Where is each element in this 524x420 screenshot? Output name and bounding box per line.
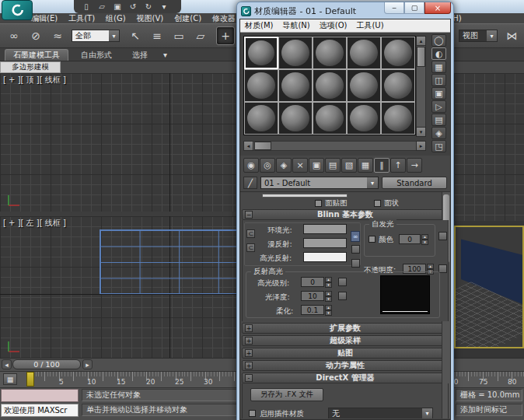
blinn-rollout-header[interactable]: − Blinn 基本参数 — [242, 209, 449, 220]
options-icon[interactable]: ▤ — [431, 114, 446, 126]
select-and-link-icon[interactable]: ∞ — [5, 26, 23, 45]
viewport-top-label[interactable]: [ + ][ 顶 ][ 线框 ] — [3, 75, 66, 86]
unlink-selection-icon[interactable]: ⊘ — [26, 26, 45, 45]
open-file-icon[interactable]: ▱ — [96, 2, 108, 12]
time-next-icon[interactable]: ▸ — [82, 359, 93, 369]
maxscript-listener-line[interactable]: 欢迎使用 MAXScr — [1, 404, 79, 417]
specular-color-swatch[interactable] — [303, 252, 347, 262]
me-menu-material[interactable]: 材质(M) — [245, 20, 273, 31]
me-menu-utilities[interactable]: 工具(U) — [356, 20, 383, 31]
maxscript-mini-listener[interactable] — [1, 389, 79, 402]
opacity-map-button[interactable] — [438, 264, 447, 273]
material-sample-slot[interactable] — [381, 69, 415, 102]
show-end-result-icon[interactable]: ‖ — [374, 158, 390, 173]
soften-spinner[interactable]: ▴▾ — [325, 305, 332, 315]
self-illum-color-checkbox[interactable] — [369, 236, 376, 243]
window-crossing-icon[interactable]: ▱ — [191, 26, 210, 45]
expand-icon[interactable]: + — [245, 362, 253, 369]
diffuse-color-swatch[interactable] — [303, 238, 347, 248]
soften-value[interactable]: 0.1 — [301, 305, 324, 315]
material-sample-slot[interactable] — [347, 102, 381, 135]
make-copy-icon[interactable]: ▣ — [309, 158, 324, 173]
menu-views[interactable]: 视图(V) — [137, 13, 164, 24]
viewport-left-label[interactable]: [ + ][ 左 ][ 线框 ] — [3, 218, 66, 229]
glossiness-map-button[interactable] — [338, 292, 347, 300]
material-id-channel-icon[interactable]: ▧ — [341, 158, 357, 173]
material-map-navigator-icon[interactable]: ◳ — [431, 140, 446, 152]
select-by-name-icon[interactable]: ≡ — [148, 26, 166, 45]
qat-menu-icon[interactable]: ▾ — [158, 2, 170, 12]
expand-icon[interactable]: + — [245, 349, 253, 357]
rectangular-region-icon[interactable]: ▭ — [169, 26, 188, 45]
face-map-checkbox[interactable]: 面贴图 — [315, 198, 348, 208]
material-sample-slot[interactable] — [278, 69, 313, 102]
close-icon[interactable]: × — [424, 2, 451, 14]
tab-freeform[interactable]: 自由形式 — [73, 49, 120, 61]
specular-level-map-button[interactable] — [338, 278, 347, 286]
menu-group[interactable]: 组(G) — [106, 13, 126, 24]
material-editor-titlebar[interactable]: 材质编辑器 - 01 - Default ‒ ▢ × — [239, 4, 451, 19]
scroll-left-icon[interactable]: ◂ — [243, 141, 253, 151]
menu-edit[interactable]: 编辑(E) — [31, 13, 58, 24]
material-sample-slot[interactable] — [313, 69, 347, 102]
material-name-dropdown[interactable]: 01 - Default ▾ — [260, 177, 379, 189]
tab-graphite-modeling[interactable]: 石墨建模工具 — [5, 49, 68, 61]
wireframe-object[interactable] — [100, 229, 257, 294]
material-sample-slot[interactable] — [313, 102, 347, 135]
rollout-dynamics[interactable]: + 动力学属性 — [242, 360, 449, 371]
time-marker[interactable] — [26, 372, 34, 387]
lock-colors-icon[interactable]: ∞ — [351, 231, 360, 242]
self-illum-map-button[interactable] — [438, 232, 447, 240]
sample-uv-tiling-icon[interactable]: ◫ — [431, 74, 446, 86]
expand-icon[interactable]: + — [245, 324, 253, 332]
shader-dropdown-partial[interactable] — [262, 194, 348, 198]
select-object-icon[interactable]: ↖ — [126, 26, 145, 45]
self-illum-value[interactable]: 0 — [399, 234, 421, 244]
selection-filter-dropdown[interactable]: 全部 ▾ — [72, 30, 120, 42]
background-icon[interactable]: ▦ — [431, 61, 446, 73]
go-to-parent-icon[interactable]: ↑ — [390, 158, 406, 173]
material-sample-slot-active[interactable] — [244, 37, 278, 69]
lock-diffuse-specular-icon[interactable]: ⊂ — [246, 243, 255, 252]
backlight-icon[interactable]: ◐ — [431, 47, 446, 60]
self-illum-spinner[interactable]: ▴▾ — [421, 234, 428, 244]
glossiness-spinner[interactable]: ▴▾ — [325, 291, 332, 301]
add-time-tag[interactable]: 添加时间标记 — [456, 404, 522, 416]
material-sample-slot[interactable] — [244, 102, 278, 135]
scroll-up-icon[interactable]: ▴ — [416, 36, 426, 46]
redo-icon[interactable]: ↻ — [142, 2, 155, 12]
put-material-to-scene-icon[interactable]: ◎ — [260, 158, 275, 173]
video-color-check-icon[interactable]: ▣ — [431, 87, 446, 100]
material-sample-slot[interactable] — [313, 37, 347, 69]
specular-map-button[interactable] — [351, 259, 360, 268]
rollout-directx-manager[interactable]: - DirectX 管理器 — [242, 373, 449, 383]
save-icon[interactable]: ▣ — [111, 2, 124, 12]
time-slider[interactable]: 0 / 100 — [12, 359, 81, 369]
assign-material-icon[interactable]: ◈ — [276, 158, 292, 173]
material-type-button[interactable]: Standard — [382, 177, 447, 189]
put-to-library-icon[interactable]: ▤ — [325, 158, 341, 173]
collapse-icon[interactable]: − — [245, 211, 253, 219]
viewport-front[interactable] — [454, 73, 524, 221]
maximize-icon[interactable]: ▢ — [404, 2, 424, 14]
rollout-supersampling[interactable]: + 超级采样 — [242, 335, 449, 346]
get-material-icon[interactable]: ◉ — [243, 158, 259, 173]
material-sample-slot[interactable] — [347, 37, 381, 69]
sample-type-icon[interactable]: ◯ — [431, 34, 446, 47]
go-forward-sibling-icon[interactable]: → — [407, 158, 422, 173]
menu-modifiers[interactable]: 修改器 — [212, 13, 236, 24]
expand-icon[interactable]: + — [245, 337, 253, 345]
tab-selection[interactable]: 选择 — [124, 49, 155, 61]
track-bar-options-icon[interactable]: ▦ — [3, 373, 17, 385]
polygon-modeling-panel[interactable]: 多边形建模 — [0, 61, 61, 73]
enable-plugin-checkbox[interactable] — [249, 410, 256, 417]
show-map-in-viewport-icon[interactable]: ▦ — [358, 158, 373, 173]
material-sample-slot[interactable] — [278, 37, 313, 69]
faceted-checkbox[interactable]: 面状 — [374, 198, 399, 208]
lock-ambient-diffuse-icon[interactable]: ⊂ — [246, 229, 255, 238]
plugin-material-dropdown[interactable]: 无 ▾ — [328, 408, 433, 418]
me-menu-navigation[interactable]: 导航(N) — [282, 20, 309, 31]
new-file-icon[interactable]: ▯ — [80, 2, 93, 12]
menu-tools[interactable]: 工具(T) — [68, 13, 95, 24]
mirror-icon[interactable]: ⋈ — [502, 26, 521, 45]
